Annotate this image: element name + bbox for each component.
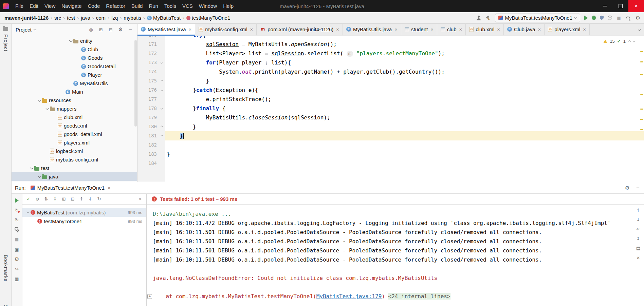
fold-marker[interactable] bbox=[159, 58, 165, 67]
adjust-icon[interactable] bbox=[14, 227, 20, 232]
hide-icon[interactable]: ─ bbox=[128, 27, 133, 32]
fold-marker[interactable] bbox=[159, 76, 165, 85]
warning-stripe-mark[interactable] bbox=[640, 61, 643, 62]
warning-stripe-mark[interactable] bbox=[640, 129, 643, 130]
tab-pom.xml (maven-junit4-1126)[interactable]: mpom.xml (maven-junit4-1126)× bbox=[257, 24, 343, 36]
tree-item-mybatis-config.xml[interactable]: <>mybatis-config.xml bbox=[12, 155, 137, 164]
maximize-button[interactable] bbox=[613, 0, 628, 12]
scroll-to-end-icon[interactable]: ↧ bbox=[636, 236, 641, 241]
close-icon[interactable]: × bbox=[583, 26, 586, 32]
rerun-failed-icon[interactable]: ↻ bbox=[14, 207, 20, 213]
soft-wrap-icon[interactable]: ↵ bbox=[636, 226, 641, 232]
scroll-up-icon[interactable]: ↑ bbox=[636, 207, 641, 213]
previous-problem-icon[interactable] bbox=[628, 40, 631, 44]
breadcrumb-com[interactable]: com bbox=[95, 15, 107, 21]
stripe-bookmarks-button[interactable]: Bookmarks bbox=[3, 255, 8, 282]
tree-item-test[interactable]: test bbox=[12, 164, 137, 172]
tab-club[interactable]: club× bbox=[437, 24, 466, 36]
tab-Club.java[interactable]: CClub.java× bbox=[504, 24, 545, 36]
warning-stripe-mark[interactable] bbox=[640, 119, 643, 120]
tab-MyBatisUtils.java[interactable]: CMyBatisUtils.java× bbox=[343, 24, 401, 36]
hide-icon[interactable]: ─ bbox=[635, 185, 641, 191]
project-stripe-icon[interactable] bbox=[3, 27, 8, 31]
refresh-icon[interactable]: ↻ bbox=[14, 217, 20, 223]
breadcrumb-test[interactable]: test bbox=[66, 15, 76, 21]
debug-icon[interactable] bbox=[592, 16, 596, 20]
more-icon[interactable]: » bbox=[137, 196, 143, 202]
stripe-structure-button[interactable]: Structure bbox=[3, 305, 8, 306]
minimize-button[interactable] bbox=[597, 0, 613, 12]
locate-icon[interactable]: ◎ bbox=[88, 27, 94, 32]
tree-item-MyBatisUtils[interactable]: CMyBatisUtils bbox=[12, 79, 137, 88]
stop-icon[interactable]: ■ bbox=[616, 15, 622, 21]
code-line-179[interactable]: 179 MyBatisUtils.closeSession(sqlSession… bbox=[137, 113, 644, 122]
warning-stripe-mark[interactable] bbox=[640, 51, 643, 52]
tree-item-resources[interactable]: resources bbox=[12, 96, 137, 104]
tab-student[interactable]: student× bbox=[401, 24, 437, 36]
thread-dump-icon[interactable]: ▣ bbox=[14, 247, 20, 252]
close-icon[interactable]: × bbox=[538, 26, 541, 32]
breadcrumb-lzq[interactable]: lzq bbox=[110, 15, 119, 21]
menu-help[interactable]: Help bbox=[220, 0, 237, 12]
collapse-all-icon[interactable]: ⊟ bbox=[70, 196, 75, 202]
fold-marker[interactable] bbox=[159, 85, 165, 95]
stop-icon[interactable]: ■ bbox=[14, 237, 20, 242]
close-icon[interactable]: × bbox=[189, 26, 192, 32]
code-line-182[interactable]: 182 bbox=[137, 140, 644, 150]
tree-item-goods_detail.xml[interactable]: <>goods_detail.xml bbox=[12, 130, 137, 138]
breadcrumb-java[interactable]: java bbox=[80, 15, 91, 21]
tree-item-Main[interactable]: CMain bbox=[12, 88, 137, 96]
code-line-175[interactable]: 175 } bbox=[137, 76, 644, 85]
coverage-icon[interactable] bbox=[600, 16, 604, 20]
test-item-MyBatisTest[interactable]: !MyBatisTest (com.lzq.mybatis)993 ms bbox=[22, 208, 146, 217]
close-button[interactable]: × bbox=[628, 0, 644, 12]
tab-MyBatisTest.java[interactable]: CMyBatisTest.java× bbox=[137, 24, 195, 36]
tree-item-Club[interactable]: CClub bbox=[12, 45, 137, 54]
previous-failed-icon[interactable]: ↑ bbox=[79, 196, 84, 202]
menu-edit[interactable]: Edit bbox=[26, 0, 41, 12]
fold-marker[interactable] bbox=[159, 122, 165, 131]
tree-item-Player[interactable]: CPlayer bbox=[12, 71, 137, 79]
close-icon[interactable]: × bbox=[108, 185, 111, 191]
tree-item-club.xml[interactable]: <>club.xml bbox=[12, 113, 137, 121]
code-line-170[interactable]: 170 try{ bbox=[137, 36, 644, 40]
menu-window[interactable]: Window bbox=[196, 0, 220, 12]
code-editor[interactable]: 170 try{171 sqlSession = MyBatisUtils.op… bbox=[137, 36, 644, 182]
close-icon[interactable]: × bbox=[497, 26, 500, 32]
code-line-178[interactable]: 178 }finally { bbox=[137, 104, 644, 113]
code-line-172[interactable]: 172 List<Player> list = sqlSession.selec… bbox=[137, 49, 644, 58]
error-stripe[interactable] bbox=[640, 36, 644, 182]
layout-icon[interactable]: ▦ bbox=[14, 276, 20, 282]
tree-item-GoodsDetail[interactable]: CGoodsDetail bbox=[12, 62, 137, 71]
tree-item-java[interactable]: java bbox=[12, 172, 137, 181]
collapse-all-icon[interactable]: ⊟ bbox=[108, 27, 113, 32]
run-tab[interactable]: MyBatisTest.testManyToOne1 × bbox=[29, 182, 112, 193]
fold-marker[interactable] bbox=[159, 104, 165, 113]
breadcrumb-testManyToOne1[interactable]: testManyToOne1 bbox=[185, 15, 231, 21]
console-fold-icon[interactable] bbox=[147, 292, 153, 301]
stripe-project-button[interactable]: Project bbox=[3, 34, 8, 52]
menu-build[interactable]: Build bbox=[128, 0, 146, 12]
export-icon[interactable]: ↪ bbox=[14, 266, 20, 272]
settings-icon[interactable]: ⚙ bbox=[635, 15, 641, 21]
search-icon[interactable] bbox=[626, 15, 631, 21]
menu-file[interactable]: File bbox=[12, 0, 26, 12]
close-icon[interactable]: × bbox=[459, 26, 462, 32]
code-line-177[interactable]: 177 e.printStackTrace(); bbox=[137, 95, 644, 104]
tree-item-entity[interactable]: entity bbox=[12, 37, 137, 45]
menu-view[interactable]: View bbox=[41, 0, 58, 12]
breadcrumb-MyBatisTest[interactable]: CMyBatisTest bbox=[146, 15, 182, 21]
close-icon[interactable]: × bbox=[430, 26, 434, 32]
warning-stripe-mark[interactable] bbox=[640, 74, 643, 75]
next-problem-icon[interactable] bbox=[632, 39, 636, 43]
test-item-testManyToOne1[interactable]: !testManyToOne1993 ms bbox=[22, 217, 146, 226]
close-icon[interactable]: × bbox=[336, 26, 339, 32]
code-line-184[interactable]: 184 bbox=[137, 159, 644, 168]
tab-club.xml[interactable]: <>club.xml× bbox=[466, 24, 504, 36]
menu-navigate[interactable]: Navigate bbox=[58, 0, 85, 12]
menu-refactor[interactable]: Refactor bbox=[103, 0, 128, 12]
tree-item-players.xml[interactable]: <>players.xml bbox=[12, 138, 137, 147]
stack-trace-link[interactable]: MyBatisTest.java:179 bbox=[316, 293, 382, 300]
tree-item-logback.xml[interactable]: <>logback.xml bbox=[12, 147, 137, 155]
code-line-180[interactable]: 180 } bbox=[137, 122, 644, 131]
